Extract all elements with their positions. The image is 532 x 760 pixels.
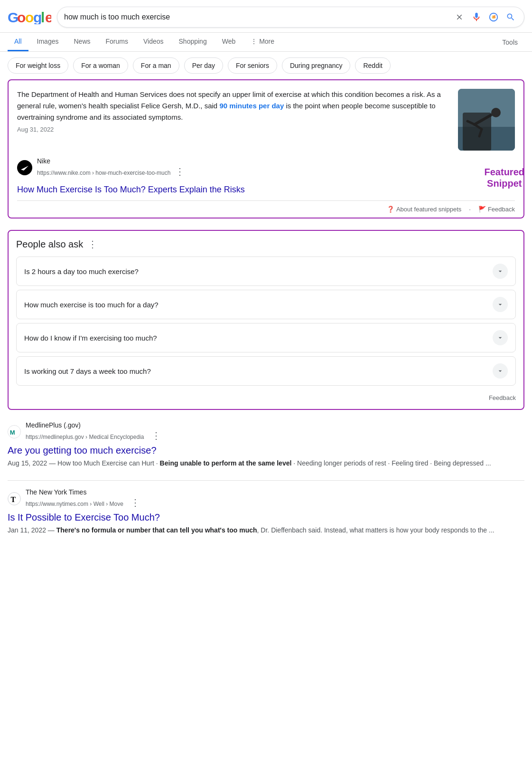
clear-button[interactable] <box>453 10 466 24</box>
lens-button[interactable] <box>487 10 500 24</box>
result-source-medlineplus: M MedlinePlus (.gov) https://medlineplus… <box>8 421 524 442</box>
result-title-medlineplus[interactable]: Are you getting too much exercise? <box>8 444 524 456</box>
main-content: The Department of Health and Human Servi… <box>0 79 532 535</box>
result-nyt: T The New York Times https://www.nytimes… <box>8 488 524 536</box>
tab-all[interactable]: All <box>8 33 28 51</box>
paa-question-3: How do I know if I'm exercising too much… <box>24 334 157 342</box>
tab-shopping[interactable]: Shopping <box>172 33 214 51</box>
paa-menu-button[interactable]: ⋮ <box>88 238 97 250</box>
snippet-link[interactable]: How Much Exercise Is Too Much? Experts E… <box>17 185 515 200</box>
source-url: https://www.nike.com › how-much-exercise… <box>37 165 515 178</box>
nav-tabs: All Images News Forums Videos Shopping W… <box>0 33 532 52</box>
divider-1 <box>8 480 524 481</box>
result-site-name-nyt: The New York Times <box>26 488 524 496</box>
paa-feedback-button[interactable]: Feedback <box>16 390 516 401</box>
medlineplus-logo: M <box>8 425 21 438</box>
svg-point-7 <box>492 15 495 19</box>
chips-row: For weight loss For a woman For a man Pe… <box>0 52 532 79</box>
feedback-icon: 🚩 <box>478 206 486 213</box>
search-icons <box>453 10 517 24</box>
result-source-info-medlineplus: MedlinePlus (.gov) https://medlineplus.g… <box>26 421 524 442</box>
about-featured-snippets[interactable]: ❓ About featured snippets <box>387 206 461 213</box>
result-site-name-medlineplus: MedlinePlus (.gov) <box>26 421 524 429</box>
tab-more[interactable]: ⋮ More <box>244 33 281 51</box>
paa-question-2: How much exercise is too much for a day? <box>24 301 159 309</box>
svg-line-11 <box>475 115 491 124</box>
paa-item-3[interactable]: How do I know if I'm exercising too much… <box>16 323 516 352</box>
snippet-date: Aug 31, 2022 <box>17 125 450 135</box>
result-title-nyt[interactable]: Is It Possible to Exercise Too Much? <box>8 511 524 523</box>
result-source-nyt: T The New York Times https://www.nytimes… <box>8 488 524 509</box>
tab-web[interactable]: Web <box>215 33 243 51</box>
chip-for-weight-loss[interactable]: For weight loss <box>8 57 68 74</box>
svg-text:M: M <box>10 429 15 436</box>
svg-point-10 <box>491 108 501 117</box>
tab-videos[interactable]: Videos <box>137 33 170 51</box>
voice-search-button[interactable] <box>470 10 483 24</box>
svg-line-12 <box>467 121 475 124</box>
svg-text:T: T <box>11 495 16 503</box>
svg-text:o: o <box>25 10 34 24</box>
svg-text:o: o <box>17 10 26 24</box>
chip-for-a-woman[interactable]: For a woman <box>73 57 128 74</box>
source-info: Nike https://www.nike.com › how-much-exe… <box>37 157 515 178</box>
result-snippet-medlineplus: Aug 15, 2022 — How too Much Exercise can… <box>8 458 524 469</box>
paa-header: People also ask ⋮ <box>16 238 516 250</box>
paa-item-1[interactable]: Is 2 hours a day too much exercise? <box>16 256 516 286</box>
result-medlineplus: M MedlinePlus (.gov) https://medlineplus… <box>8 421 524 469</box>
nyt-logo: T <box>8 492 21 505</box>
paa-item-4[interactable]: Is working out 7 days a week too much? <box>16 356 516 386</box>
chip-per-day[interactable]: Per day <box>184 57 223 74</box>
result-menu-nyt[interactable]: ⋮ <box>128 496 143 509</box>
nike-logo <box>17 160 32 175</box>
svg-line-13 <box>475 124 482 129</box>
chip-for-seniors[interactable]: For seniors <box>228 57 277 74</box>
paa-question-1: Is 2 hours a day too much exercise? <box>24 267 139 276</box>
tools-button[interactable]: Tools <box>495 34 524 51</box>
paa-item-2[interactable]: How much exercise is too much for a day? <box>16 290 516 319</box>
tab-news[interactable]: News <box>67 33 97 51</box>
google-logo: G o o g l e <box>8 8 51 27</box>
snippet-source: Nike https://www.nike.com › how-much-exe… <box>17 157 515 183</box>
header: G o o g l e <box>0 0 532 33</box>
source-name: Nike <box>37 157 515 165</box>
svg-line-14 <box>479 129 482 136</box>
snippet-text: The Department of Health and Human Servi… <box>17 89 450 151</box>
featured-snippet-label: Featured Snippet <box>485 166 524 189</box>
result-snippet-nyt: Jan 11, 2022 — There's no formula or num… <box>8 525 524 536</box>
svg-rect-9 <box>458 127 515 151</box>
search-submit-button[interactable] <box>504 10 517 24</box>
exercise-image <box>458 89 515 151</box>
featured-snippet: The Department of Health and Human Servi… <box>8 79 524 218</box>
result-source-info-nyt: The New York Times https://www.nytimes.c… <box>26 488 524 509</box>
paa-expand-3[interactable] <box>493 330 508 345</box>
result-url-nyt: https://www.nytimes.com › Well › Move ⋮ <box>26 496 524 509</box>
paa-question-4: Is working out 7 days a week too much? <box>24 367 151 375</box>
question-icon: ❓ <box>387 206 394 213</box>
tab-forums[interactable]: Forums <box>99 33 135 51</box>
search-input[interactable] <box>64 13 448 21</box>
paa-expand-2[interactable] <box>493 297 508 312</box>
chip-for-a-man[interactable]: For a man <box>133 57 179 74</box>
svg-text:l: l <box>41 10 45 24</box>
paa-expand-1[interactable] <box>493 264 508 279</box>
result-menu-medlineplus[interactable]: ⋮ <box>149 429 164 442</box>
source-menu-button[interactable]: ⋮ <box>172 165 187 178</box>
tab-images[interactable]: Images <box>30 33 65 51</box>
people-also-ask-section: People also ask ⋮ Is 2 hours a day too m… <box>8 230 524 410</box>
search-bar <box>57 7 524 28</box>
paa-title: People also ask <box>16 239 83 250</box>
paa-expand-4[interactable] <box>493 363 508 379</box>
snippet-body: The Department of Health and Human Servi… <box>17 89 515 151</box>
snippet-footer: ❓ About featured snippets · 🚩 Feedback <box>17 200 515 218</box>
chip-reddit[interactable]: Reddit <box>355 57 390 74</box>
feedback-button[interactable]: 🚩 Feedback <box>478 206 515 213</box>
result-url-medlineplus: https://medlineplus.gov › Medical Encycl… <box>26 429 524 442</box>
svg-text:e: e <box>45 10 51 24</box>
chip-during-pregnancy[interactable]: During pregnancy <box>282 57 351 74</box>
